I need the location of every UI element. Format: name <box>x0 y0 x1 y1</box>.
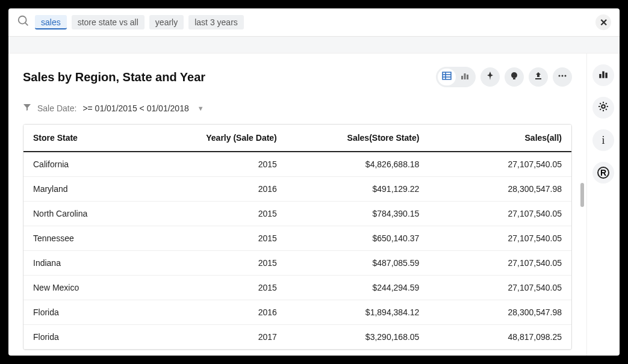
svg-rect-15 <box>599 74 601 78</box>
search-bar: sales store state vs all yearly last 3 y… <box>8 8 620 37</box>
sub-header-strip <box>8 37 620 54</box>
col-header-sales-state[interactable]: Sales(Store State) <box>287 125 429 152</box>
explore-button[interactable] <box>592 64 614 86</box>
scrollbar[interactable] <box>580 183 584 207</box>
table-cell: 27,107,540.05 <box>429 202 571 226</box>
bar-chart-icon <box>598 69 609 82</box>
filter-value: >= 01/01/2015 < 01/01/2018 <box>82 103 188 113</box>
gear-icon <box>598 101 609 114</box>
col-header-store-state[interactable]: Store State <box>23 125 166 152</box>
toolbar <box>436 67 572 87</box>
filter-icon <box>23 103 31 113</box>
table-cell: 28,300,547.98 <box>429 300 571 325</box>
svg-point-13 <box>562 75 564 77</box>
table-view-button[interactable] <box>438 69 456 85</box>
svg-rect-2 <box>443 72 451 79</box>
col-header-sales-all[interactable]: Sales(all) <box>429 125 571 152</box>
filter-row[interactable]: Sale Date: >= 01/01/2015 < 01/01/2018 ▼ <box>23 103 572 113</box>
table-cell: 27,107,540.05 <box>429 251 571 276</box>
search-chip-store-state[interactable]: store state vs all <box>72 15 145 29</box>
svg-rect-16 <box>602 72 604 78</box>
table-cell: Tennessee <box>23 226 166 251</box>
svg-rect-6 <box>461 76 463 79</box>
table-cell: 2015 <box>166 251 287 276</box>
search-chip-yearly[interactable]: yearly <box>149 15 184 29</box>
table-cell: 27,107,540.05 <box>429 226 571 251</box>
table-cell: $650,140.37 <box>287 226 429 251</box>
pin-icon <box>485 71 495 83</box>
r-icon: R <box>597 167 609 179</box>
close-icon[interactable]: ✕ <box>595 14 611 30</box>
col-header-yearly[interactable]: Yearly (Sale Date) <box>166 125 287 152</box>
view-toggle <box>436 67 476 87</box>
share-icon <box>533 71 543 83</box>
table-cell: 2017 <box>166 325 287 350</box>
svg-rect-17 <box>605 73 607 78</box>
table-cell: Florida <box>23 325 166 350</box>
table-cell: $1,894,384.12 <box>287 300 429 325</box>
table-cell: 2016 <box>166 177 287 202</box>
table-row[interactable]: California2015$4,826,688.1827,107,540.05 <box>23 152 571 177</box>
search-chip-last-3-years[interactable]: last 3 years <box>188 15 244 29</box>
table-cell: 2015 <box>166 202 287 226</box>
right-rail: i R <box>586 54 620 356</box>
search-chips: sales store state vs all yearly last 3 y… <box>35 15 244 29</box>
table-cell: 2015 <box>166 276 287 300</box>
table-cell: 27,107,540.05 <box>429 276 571 300</box>
svg-rect-11 <box>535 78 541 79</box>
filter-label: Sale Date: <box>37 103 76 113</box>
table-cell: $784,390.15 <box>287 202 429 226</box>
table-row[interactable]: Tennessee2015$650,140.3727,107,540.05 <box>23 226 571 251</box>
search-icon[interactable] <box>17 14 30 30</box>
settings-button[interactable] <box>592 97 614 119</box>
svg-rect-10 <box>513 78 515 79</box>
table-row[interactable]: Maryland2016$491,129.2228,300,547.98 <box>23 177 571 202</box>
bar-chart-icon <box>460 71 470 83</box>
table-cell: $244,294.59 <box>287 276 429 300</box>
table-row[interactable]: Florida2017$3,290,168.0548,817,098.25 <box>23 325 571 350</box>
r-button[interactable]: R <box>592 162 614 184</box>
table-cell: $491,129.22 <box>287 177 429 202</box>
table-cell: 48,817,098.25 <box>429 325 571 350</box>
svg-point-12 <box>559 75 561 77</box>
chevron-down-icon: ▼ <box>197 105 204 112</box>
svg-point-9 <box>511 72 517 78</box>
svg-point-18 <box>602 105 605 108</box>
table-cell: Maryland <box>23 177 166 202</box>
svg-point-14 <box>565 75 567 77</box>
table-cell: 2015 <box>166 226 287 251</box>
info-button[interactable]: i <box>592 129 614 151</box>
data-table: Store State Yearly (Sale Date) Sales(Sto… <box>23 124 572 350</box>
table-cell: Indiana <box>23 251 166 276</box>
svg-rect-7 <box>464 73 466 79</box>
info-icon: i <box>602 134 605 147</box>
table-cell: $3,290,168.05 <box>287 325 429 350</box>
table-row[interactable]: Indiana2015$487,085.5927,107,540.05 <box>23 251 571 276</box>
table-icon <box>442 71 452 83</box>
table-cell: Florida <box>23 300 166 325</box>
share-button[interactable] <box>529 67 548 87</box>
table-cell: California <box>23 152 166 177</box>
insight-button[interactable] <box>505 67 524 87</box>
table-cell: North Carolina <box>23 202 166 226</box>
more-button[interactable] <box>553 67 572 87</box>
chart-view-button[interactable] <box>456 69 474 85</box>
dots-icon <box>558 71 567 83</box>
table-cell: 27,107,540.05 <box>429 152 571 177</box>
table-row[interactable]: Florida2016$1,894,384.1228,300,547.98 <box>23 300 571 325</box>
pin-button[interactable] <box>480 67 500 87</box>
table-header-row: Store State Yearly (Sale Date) Sales(Sto… <box>23 125 571 152</box>
svg-rect-8 <box>467 75 468 79</box>
svg-point-0 <box>19 16 26 24</box>
lightbulb-icon <box>509 71 519 83</box>
page-title: Sales by Region, State and Year <box>23 70 205 84</box>
svg-line-1 <box>25 23 28 26</box>
table-cell: New Mexico <box>23 276 166 300</box>
search-chip-sales[interactable]: sales <box>35 15 67 29</box>
table-cell: $4,826,688.18 <box>287 152 429 177</box>
table-cell: 2016 <box>166 300 287 325</box>
table-cell: $487,085.59 <box>287 251 429 276</box>
table-row[interactable]: North Carolina2015$784,390.1527,107,540.… <box>23 202 571 226</box>
table-cell: 2015 <box>166 152 287 177</box>
table-row[interactable]: New Mexico2015$244,294.5927,107,540.05 <box>23 276 571 300</box>
